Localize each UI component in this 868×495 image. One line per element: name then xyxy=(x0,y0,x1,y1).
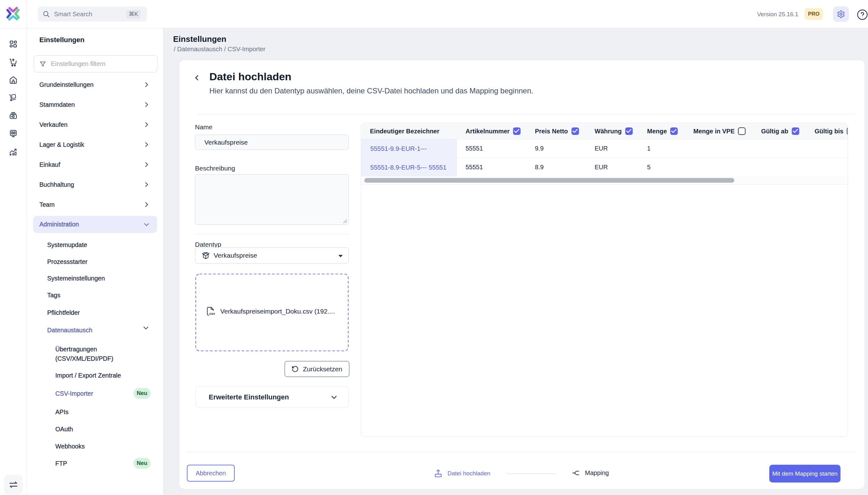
svg-text:csv: csv xyxy=(209,312,215,315)
